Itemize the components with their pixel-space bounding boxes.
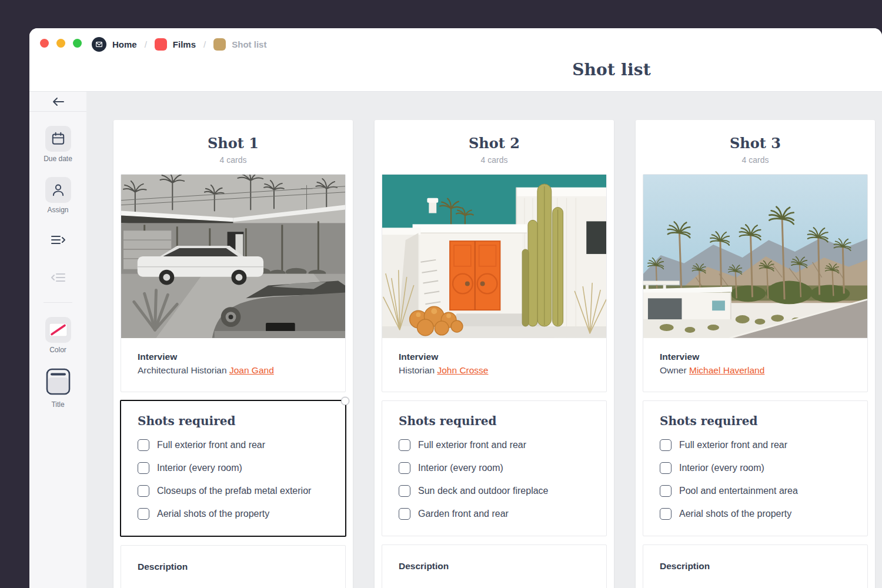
column-shot-2[interactable]: Shot 2 4 cards (375, 120, 614, 588)
board-icon-tan (213, 38, 226, 51)
checklist-item: Interior (every room) (660, 462, 851, 474)
sidebar: Due date Assign (29, 92, 87, 588)
board-icon-red (155, 38, 167, 51)
milanote-logo-icon (92, 37, 106, 52)
checkbox[interactable] (399, 462, 410, 474)
checklist-heading: Shots required (138, 414, 329, 428)
breadcrumb: Home / Films / Shot list (92, 36, 266, 52)
minimize-button[interactable] (56, 39, 65, 48)
column-title[interactable]: Shot 2 (375, 134, 614, 153)
tool-due-date[interactable]: Due date (29, 126, 86, 163)
checklist-item: Interior (every room) (399, 462, 590, 474)
checkbox[interactable] (660, 508, 671, 520)
breadcrumb-label: Films (173, 39, 196, 49)
shot-2-photo (382, 175, 606, 338)
tool-assign[interactable]: Assign (29, 177, 86, 214)
indent-button[interactable] (29, 233, 86, 247)
interview-caption: Interview Architectural Historian Joan G… (121, 338, 345, 392)
interview-caption: Interview Historian John Crosse (382, 338, 606, 392)
interview-text: Architectural Historian Joan Gand (138, 363, 329, 377)
close-button[interactable] (40, 39, 49, 48)
tool-label: Due date (29, 155, 86, 163)
checkbox[interactable] (660, 462, 671, 474)
tool-title[interactable]: Title (29, 368, 86, 409)
tool-color[interactable]: Color (29, 317, 86, 354)
interview-link[interactable]: Michael Haverland (689, 365, 764, 375)
breadcrumb-label: Shot list (232, 39, 266, 49)
collapse-sidebar-button[interactable] (29, 94, 86, 109)
interview-heading: Interview (138, 350, 329, 363)
sidebar-divider (44, 302, 72, 303)
title-card-icon (46, 368, 71, 395)
checkbox[interactable] (660, 439, 671, 451)
interview-text: Historian John Crosse (399, 363, 590, 377)
interview-text: Owner Michael Haverland (660, 363, 851, 377)
checklist-item: Closeups of the prefab metal exterior (138, 485, 329, 497)
description-heading: Description (660, 561, 851, 572)
interview-link[interactable]: John Crosse (437, 365, 488, 375)
column-header: Shot 3 4 cards (636, 120, 875, 166)
board-canvas[interactable]: Shot 1 4 cards (86, 92, 882, 588)
shot-1-photo (121, 175, 345, 338)
outdent-button (29, 270, 86, 285)
interview-caption: Interview Owner Michael Haverland (643, 338, 867, 392)
page-title: Shot list (535, 60, 688, 79)
checklist-item: Sun deck and outdoor fireplace (399, 485, 590, 497)
column-title[interactable]: Shot 3 (636, 134, 875, 153)
checklist-item: Garden front and rear (399, 508, 590, 520)
checkbox[interactable] (138, 508, 149, 520)
column-shot-1[interactable]: Shot 1 4 cards (113, 120, 353, 588)
breadcrumb-label: Home (112, 39, 137, 49)
checkbox[interactable] (138, 462, 149, 474)
breadcrumb-item-home[interactable]: Home (92, 37, 137, 52)
checkbox[interactable] (660, 485, 671, 497)
window-controls (40, 39, 82, 48)
color-swatch-icon (49, 323, 68, 337)
resize-handle[interactable] (341, 397, 349, 405)
column-subtitle: 4 cards (375, 154, 614, 166)
interview-heading: Interview (399, 350, 590, 363)
arrow-left-icon (52, 97, 65, 106)
checklist-card[interactable]: Shots required Full exterior front and r… (120, 400, 346, 537)
checkbox[interactable] (399, 485, 410, 497)
indent-icon (50, 233, 66, 247)
checklist-card[interactable]: Shots required Full exterior front and r… (382, 400, 607, 536)
tool-label: Assign (29, 206, 86, 214)
checkbox[interactable] (399, 439, 410, 451)
checklist-card[interactable]: Shots required Full exterior front and r… (643, 400, 868, 536)
photo-card[interactable]: Interview Owner Michael Haverland (643, 174, 868, 392)
breadcrumb-item-shot-list: Shot list (213, 38, 266, 51)
outdent-icon (50, 270, 66, 285)
checklist-item: Full exterior front and rear (399, 439, 590, 451)
description-card[interactable]: Description (382, 544, 607, 588)
interview-heading: Interview (660, 350, 851, 363)
calendar-icon (51, 131, 66, 146)
breadcrumb-item-films[interactable]: Films (155, 38, 196, 51)
checklist-item: Full exterior front and rear (660, 439, 851, 451)
checklist-item: Interior (every room) (138, 462, 329, 474)
photo-card[interactable]: Interview Historian John Crosse (382, 174, 607, 392)
sidebar-divider (29, 111, 86, 112)
checkbox[interactable] (138, 439, 149, 451)
column-subtitle: 4 cards (113, 154, 353, 166)
description-card[interactable]: Description (121, 545, 346, 588)
tool-label: Title (29, 400, 86, 409)
zoom-button[interactable] (73, 39, 82, 48)
description-heading: Description (399, 561, 590, 572)
shot-3-photo (643, 175, 867, 338)
column-header: Shot 2 4 cards (375, 120, 614, 166)
desktop: Home / Films / Shot list Shot list (0, 0, 882, 588)
photo-card[interactable]: Interview Architectural Historian Joan G… (121, 174, 346, 392)
checklist-item: Aerial shots of the property (660, 508, 851, 520)
interview-link[interactable]: Joan Gand (229, 365, 274, 375)
column-shot-3[interactable]: Shot 3 4 cards (636, 120, 875, 588)
description-card[interactable]: Description (643, 544, 868, 588)
column-header: Shot 1 4 cards (113, 120, 353, 166)
checklist-item: Pool and entertainment area (660, 485, 851, 497)
breadcrumb-separator: / (145, 39, 147, 49)
column-title[interactable]: Shot 1 (113, 134, 353, 153)
titlebar: Home / Films / Shot list Shot list (29, 28, 882, 92)
app-window: Home / Films / Shot list Shot list (29, 28, 882, 588)
checkbox[interactable] (138, 485, 149, 497)
checkbox[interactable] (399, 508, 410, 520)
